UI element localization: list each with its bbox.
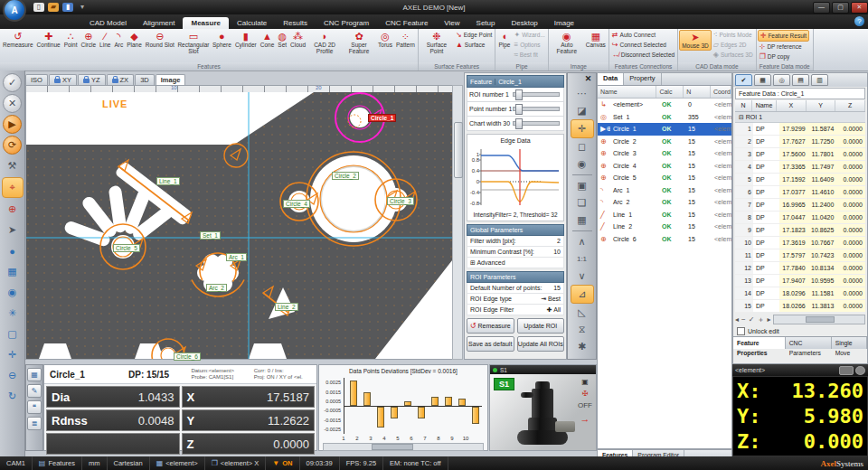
advanced-expander[interactable]: ⊞ Advanced	[467, 258, 564, 268]
ribbon-button-cad-2d-profile[interactable]: ◗CAD 2D Profile	[307, 30, 342, 55]
left-tool-cancel-icon[interactable]: ✕	[3, 94, 22, 113]
ribbon-button-circle[interactable]: ⊕Circle	[79, 30, 98, 49]
left-tool-cursor-icon[interactable]: ➤	[3, 221, 23, 240]
strip-comment-icon[interactable]: ❝	[27, 400, 42, 414]
param-minimum-contrast-value[interactable]: 10	[553, 247, 561, 257]
ribbon-button-remeasure[interactable]: ↺Remeasure	[1, 30, 35, 49]
ribbon-button-auto-connect[interactable]: ⇄Auto Connect	[610, 30, 676, 40]
feature-row-circle-3[interactable]: ⊕Circle_3OK15<element>	[598, 147, 731, 160]
ribbon-button-wizard[interactable]: ✦Wizard...	[512, 30, 546, 40]
ribbon-tab-cnc-feature[interactable]: CNC Feature	[377, 17, 436, 29]
nav-icon[interactable]: −	[741, 315, 746, 324]
data-point-row[interactable]: 9DP17.182310.86250.0000	[735, 224, 865, 237]
data-point-row[interactable]: 13DP17.940710.95950.0000	[735, 275, 865, 287]
feature-data-column-z[interactable]: Z	[835, 100, 865, 111]
tool-wheel-icon[interactable]: ◉	[571, 155, 593, 173]
slider-thumb[interactable]	[515, 118, 523, 129]
ribbon-button-surfaces-3d[interactable]: ◈Surfaces 3D	[712, 50, 755, 60]
data-point-row[interactable]: 14DP18.029611.15810.0000	[735, 287, 865, 300]
tool-chart-icon[interactable]: ⊿	[571, 285, 594, 304]
ribbon-button-line[interactable]: ∕Line	[98, 30, 112, 49]
panel-close-icon[interactable]: ✕	[582, 74, 594, 84]
tool-probe-view-icon[interactable]: ◪	[571, 102, 593, 119]
ribbon-button-surface[interactable]: ▲Surface	[454, 40, 495, 50]
ribbon-tab-results[interactable]: Results	[275, 17, 316, 29]
feature-row-line-2[interactable]: ╱Line_2OK15<element>	[598, 221, 731, 233]
tool-more-icon[interactable]: ⋯	[571, 85, 593, 102]
help-icon[interactable]: ?	[854, 16, 864, 26]
feature-data-tab-check-icon[interactable]: ✔	[735, 74, 752, 86]
left-tool-select-area-icon[interactable]: ▢	[3, 324, 23, 343]
tool-move-view-icon[interactable]: ✛	[571, 119, 594, 138]
ribbon-tab-calculate[interactable]: Calculate	[229, 17, 275, 29]
data-point-row[interactable]: 7DP16.996511.24000.0000	[735, 199, 865, 212]
unlock-edit-checkbox[interactable]	[737, 327, 745, 335]
param-roi-edge-type-value[interactable]: ⇥ Best	[541, 294, 561, 304]
data-point-row[interactable]: 15DP18.026611.38130.0000	[735, 300, 865, 313]
tool-gear-icon[interactable]: ✱	[571, 338, 593, 355]
ribbon-button-cone[interactable]: ▲Cone	[259, 30, 277, 49]
update-roi-button[interactable]: Update ROI	[517, 318, 565, 334]
slider-chart-width-30[interactable]	[513, 121, 560, 126]
ribbon-tab-measure[interactable]: Measure	[183, 17, 228, 29]
data-point-row[interactable]: 6DP17.037711.46100.0000	[735, 186, 865, 199]
nav-icon[interactable]: ＋	[757, 315, 764, 324]
ribbon-button-sphere[interactable]: ●Sphere	[211, 30, 233, 49]
ribbon-button-cloud[interactable]: ⁂Cloud	[288, 30, 307, 49]
minimize-button[interactable]: —	[813, 2, 830, 14]
ribbon-tab-desktop[interactable]: Desktop	[503, 17, 545, 29]
deviation-chart-scrollbar[interactable]	[323, 443, 484, 451]
feature-data-tab-export-icon[interactable]: ▤	[792, 74, 809, 86]
left-tool-fan-icon[interactable]: ✳	[3, 304, 23, 323]
tab-feature-properties[interactable]: Feature Properties	[733, 337, 786, 349]
ribbon-button-points-mode[interactable]: ⁖Points Mode	[712, 30, 755, 40]
lamp-off-label[interactable]: OFF	[578, 401, 592, 409]
nav-icon[interactable]: ◂	[735, 315, 739, 324]
ribbon-button-point[interactable]: ∴Point	[62, 30, 80, 49]
tool-down-icon[interactable]: ∨	[571, 268, 593, 285]
data-point-row[interactable]: 11DP17.579710.74230.0000	[735, 249, 865, 262]
ribbon-tab-setup[interactable]: Setup	[468, 17, 504, 29]
ribbon-button-surface-point[interactable]: ❉Surface Point	[420, 30, 454, 55]
strip-table-icon[interactable]: ▦	[27, 368, 42, 381]
left-tool-measure-tool-icon[interactable]: ⌖	[2, 177, 24, 198]
ribbon-button-best-fit[interactable]: ≈Best fit	[512, 50, 546, 60]
ribbon-button-super-feature[interactable]: ✿Super Feature	[342, 30, 376, 55]
param-roi-edge-filter-value[interactable]: ✚ All	[547, 305, 561, 315]
ribbon-button-arc[interactable]: ◝Arc	[112, 30, 125, 49]
tab-single-move[interactable]: Single Move	[832, 337, 867, 349]
ribbon-tab-alignment[interactable]: Alignment	[135, 17, 184, 29]
slider-roi-number-1[interactable]	[513, 92, 560, 97]
data-point-row[interactable]: 12DP17.784010.81340.0000	[735, 262, 865, 275]
ribbon-button-auto-feature[interactable]: ◉Auto Feature	[550, 30, 584, 55]
feature-data-column-name[interactable]: Name	[752, 100, 777, 111]
ribbon-button-pipe[interactable]: ◖Pipe	[496, 30, 512, 49]
left-tool-play-icon[interactable]: ▶	[3, 115, 22, 134]
nav-icon[interactable]: ▸	[767, 315, 770, 324]
ribbon-button-mouse-3d[interactable]: ➤Mouse 3D	[679, 30, 712, 51]
column-header-calc[interactable]: Calc	[656, 86, 684, 98]
ribbon-button-dp-copy[interactable]: ❐DP copy	[758, 52, 809, 61]
tool-layers-icon[interactable]: ❏	[571, 194, 593, 212]
param-filter-width-pix-value[interactable]: 2	[557, 236, 561, 246]
data-point-row[interactable]: 2DP17.762711.72500.0000	[735, 136, 865, 148]
ribbon-button-rectangular-slot[interactable]: ▭Rectangular Slot	[176, 30, 211, 55]
nav-icon[interactable]: ✓	[749, 315, 755, 324]
ribbon-button-disconnect-selected[interactable]: ↮Disconnect Selected	[610, 50, 676, 60]
camera-icon[interactable]: ▣	[581, 378, 589, 386]
ribbon-button-torus[interactable]: ◎Torus	[376, 30, 394, 49]
update-all-rois-button[interactable]: Update All ROIs	[517, 336, 565, 352]
left-tool-probe-red-icon[interactable]: ⊕	[3, 200, 23, 219]
ribbon-button-connect-selected[interactable]: ↪Connect Selected	[610, 40, 676, 50]
data-panel-tab-data[interactable]: Data	[598, 73, 624, 85]
left-tool-rotate-icon[interactable]: ↻	[3, 387, 23, 406]
slider-thumb[interactable]	[515, 89, 523, 100]
feature-row-circle-6[interactable]: ⊕Circle_6OK15<element>	[598, 233, 731, 246]
maximize-button[interactable]: ▢	[832, 2, 849, 14]
ribbon-tab-cnc-program[interactable]: CNC Program	[316, 17, 377, 29]
left-tool-probe-setup-icon[interactable]: ⚒	[3, 156, 23, 175]
feature-data-column-x[interactable]: X	[777, 100, 807, 111]
left-tool-sphere-icon[interactable]: ●	[3, 241, 23, 260]
ribbon-button-feature-result[interactable]: ✛Feature Result	[758, 30, 809, 42]
strip-list-icon[interactable]: ≣	[27, 417, 42, 430]
